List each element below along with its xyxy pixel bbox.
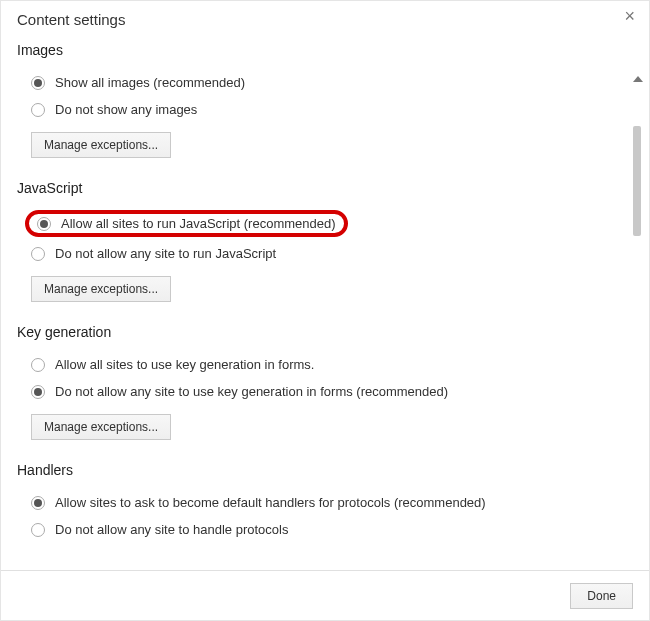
images-option-show-all[interactable]: Show all images (recommended) xyxy=(17,70,633,95)
radio-label: Show all images (recommended) xyxy=(55,75,245,90)
radio-icon xyxy=(31,76,45,90)
radio-label: Do not allow any site to handle protocol… xyxy=(55,522,288,537)
radio-label: Do not show any images xyxy=(55,102,197,117)
section-keygen: Key generation Allow all sites to use ke… xyxy=(17,324,633,440)
close-icon[interactable]: × xyxy=(624,7,635,25)
keygen-option-block[interactable]: Do not allow any site to use key generat… xyxy=(17,379,633,404)
keygen-manage-exceptions-button[interactable]: Manage exceptions... xyxy=(31,414,171,440)
radio-icon xyxy=(31,523,45,537)
handlers-option-allow[interactable]: Allow sites to ask to become default han… xyxy=(17,490,633,515)
radio-label: Do not allow any site to use key generat… xyxy=(55,384,448,399)
content-scroll-area[interactable]: Images Show all images (recommended) Do … xyxy=(1,36,649,566)
images-option-block[interactable]: Do not show any images xyxy=(17,97,633,122)
radio-icon xyxy=(31,358,45,372)
javascript-option-allow-highlighted[interactable]: Allow all sites to run JavaScript (recom… xyxy=(25,210,348,237)
section-javascript: JavaScript Allow all sites to run JavaSc… xyxy=(17,180,633,302)
content-settings-dialog: Content settings × Images Show all image… xyxy=(0,0,650,621)
radio-label: Do not allow any site to run JavaScript xyxy=(55,246,276,261)
section-title-keygen: Key generation xyxy=(17,324,633,340)
handlers-option-block[interactable]: Do not allow any site to handle protocol… xyxy=(17,517,633,542)
radio-label: Allow sites to ask to become default han… xyxy=(55,495,486,510)
radio-icon xyxy=(31,496,45,510)
section-handlers: Handlers Allow sites to ask to become de… xyxy=(17,462,633,542)
content-wrap: Images Show all images (recommended) Do … xyxy=(1,36,649,566)
done-button[interactable]: Done xyxy=(570,583,633,609)
section-images: Images Show all images (recommended) Do … xyxy=(17,42,633,158)
radio-label: Allow all sites to use key generation in… xyxy=(55,357,314,372)
radio-icon xyxy=(31,385,45,399)
images-manage-exceptions-button[interactable]: Manage exceptions... xyxy=(31,132,171,158)
javascript-option-block[interactable]: Do not allow any site to run JavaScript xyxy=(17,241,633,266)
scroll-thumb[interactable] xyxy=(633,126,641,236)
javascript-manage-exceptions-button[interactable]: Manage exceptions... xyxy=(31,276,171,302)
keygen-option-allow[interactable]: Allow all sites to use key generation in… xyxy=(17,352,633,377)
scroll-up-icon[interactable] xyxy=(633,76,643,82)
dialog-footer: Done xyxy=(1,570,649,620)
scrollbar[interactable] xyxy=(631,76,645,598)
dialog-title: Content settings xyxy=(17,11,125,28)
radio-icon xyxy=(31,103,45,117)
section-title-handlers: Handlers xyxy=(17,462,633,478)
radio-label: Allow all sites to run JavaScript (recom… xyxy=(61,216,336,231)
radio-icon xyxy=(31,247,45,261)
dialog-header: Content settings × xyxy=(1,1,649,36)
section-title-javascript: JavaScript xyxy=(17,180,633,196)
section-title-images: Images xyxy=(17,42,633,58)
radio-icon xyxy=(37,217,51,231)
